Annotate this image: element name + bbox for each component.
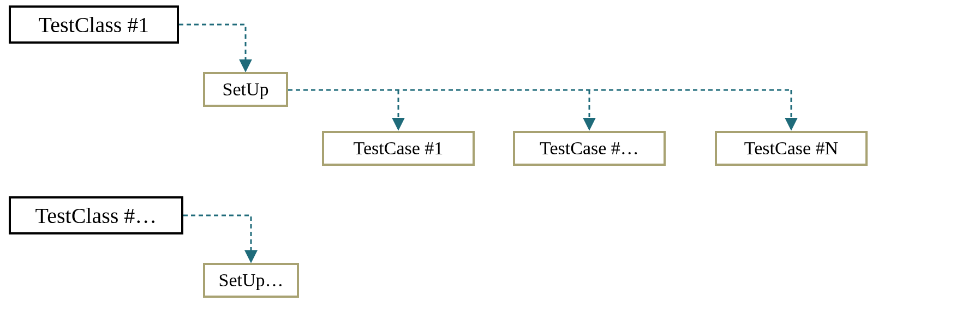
testcase-node-1: TestCase #1 [322,131,475,166]
setup-node-1: SetUp [203,72,288,107]
testclass-node-1: TestClass #1 [9,5,179,44]
testclass-node-2: TestClass #… [9,196,183,234]
testclass-label: TestClass #… [35,203,157,228]
testcase-label: TestCase #1 [354,138,444,159]
testcase-node-2: TestCase #… [513,131,666,166]
setup-label: SetUp [223,79,269,100]
testcase-label: TestCase #… [540,138,639,159]
testclass-label: TestClass #1 [39,12,150,38]
testcase-label: TestCase #N [744,138,838,159]
setup-label: SetUp… [219,270,284,291]
testcase-node-n: TestCase #N [715,131,868,166]
setup-node-2: SetUp… [203,263,299,298]
